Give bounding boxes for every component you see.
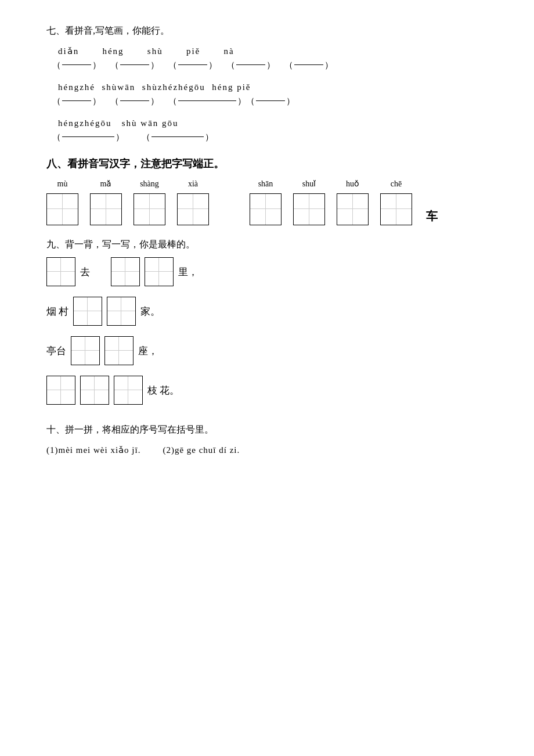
writing-box-shan[interactable] bbox=[250, 193, 282, 225]
writing-box-line2-1[interactable] bbox=[73, 297, 102, 326]
writing-box-line4-1[interactable] bbox=[46, 376, 75, 405]
paren-unit: （） bbox=[52, 58, 110, 72]
pinyin-shan: shān bbox=[258, 178, 273, 190]
writing-box-line1-1[interactable] bbox=[46, 257, 75, 286]
paren-unit: （） bbox=[52, 94, 110, 108]
char-item-shang: shàng bbox=[134, 178, 165, 225]
section9-line2: 烟 村 家。 bbox=[46, 297, 488, 326]
writing-box-ma[interactable] bbox=[90, 193, 122, 225]
writing-box-line1-2[interactable] bbox=[111, 257, 140, 286]
section-9: 九、背一背，写一写，你是最棒的。 去 里， 烟 村 家。 bbox=[46, 237, 488, 405]
text-qu: 去 bbox=[80, 264, 90, 280]
section7-title: 七、看拼音,写笔画，你能行。 bbox=[46, 23, 488, 38]
char-item-che: chē bbox=[380, 178, 412, 225]
text-zhihua: 枝 花。 bbox=[147, 383, 179, 398]
section-10: 十、拼一拼，将相应的序号写在括号里。 (1)mèi mei wèi xiǎo j… bbox=[46, 422, 488, 457]
writing-box-huo[interactable] bbox=[337, 193, 369, 225]
writing-box-line2-2[interactable] bbox=[107, 297, 136, 326]
pinyin-xia: xià bbox=[188, 178, 198, 190]
section7-row2-pinyin: héngzhé shùwān shùzhézhégōu héng piě bbox=[46, 80, 488, 94]
paren-unit: （） bbox=[168, 94, 246, 108]
text-li: 里， bbox=[178, 264, 198, 280]
char-item-shan: shān bbox=[250, 178, 282, 225]
section10-line1: (1)mèi mei wèi xiǎo jī. (2)gē ge chuī dí… bbox=[46, 443, 488, 457]
writing-box-shui[interactable] bbox=[293, 193, 325, 225]
section7-row3-parens: （） （） bbox=[46, 130, 488, 144]
section8-title: 八、看拼音写汉字，注意把字写端正。 bbox=[46, 156, 488, 172]
paren-unit: （） bbox=[142, 130, 214, 144]
paren-unit: （） bbox=[168, 58, 226, 72]
section9-title: 九、背一背，写一写，你是最棒的。 bbox=[46, 237, 488, 252]
char-item-shui: shuǐ bbox=[293, 178, 325, 225]
section9-line1: 去 里， bbox=[46, 257, 488, 286]
paren-unit: （） bbox=[110, 94, 168, 108]
writing-box-xia[interactable] bbox=[177, 193, 209, 225]
pinyin-mu: mù bbox=[57, 178, 68, 190]
section7-row2-parens: （） （） （） （） bbox=[46, 94, 488, 108]
writing-box-line4-2[interactable] bbox=[80, 376, 109, 405]
text-zuo: 座， bbox=[138, 343, 158, 359]
paren-unit: （） bbox=[226, 58, 284, 72]
section7-row1-parens: （） （） （） （） （） bbox=[46, 58, 488, 72]
section9-line3: 亭台 座， bbox=[46, 336, 488, 365]
writing-box-che[interactable] bbox=[380, 193, 412, 225]
pinyin-shang: shàng bbox=[140, 178, 159, 190]
section-8: 八、看拼音写汉字，注意把字写端正。 mù mǎ shàng bbox=[46, 156, 488, 225]
char-item-ma: mǎ bbox=[90, 178, 122, 225]
section8-char-row: mù mǎ shàng xià bbox=[46, 178, 488, 225]
text-yancun: 烟 村 bbox=[46, 304, 68, 319]
pinyin-che: chē bbox=[391, 178, 402, 190]
section7-row1-pinyin: diǎn héng shù piě nà bbox=[46, 44, 488, 58]
section-7: 七、看拼音,写笔画，你能行。 diǎn héng shù piě nà （） （… bbox=[46, 23, 488, 144]
writing-box-line1-3[interactable] bbox=[145, 257, 174, 286]
char-sample-che: 车 bbox=[426, 207, 438, 225]
writing-box-line3-1[interactable] bbox=[71, 336, 100, 365]
writing-box-mu[interactable] bbox=[46, 193, 78, 225]
paren-unit: （） bbox=[246, 94, 304, 108]
paren-unit: （） bbox=[52, 130, 124, 144]
writing-box-line3-2[interactable] bbox=[104, 336, 134, 365]
section7-row3-pinyin: héngzhégōu shù wān gōu bbox=[46, 116, 488, 130]
pinyin-huo: huǒ bbox=[346, 178, 359, 190]
pinyin-shui: shuǐ bbox=[302, 178, 316, 190]
paren-unit: （） bbox=[284, 58, 342, 72]
section9-line4: 枝 花。 bbox=[46, 376, 488, 405]
char-item-xia: xià bbox=[177, 178, 209, 225]
writing-box-shang[interactable] bbox=[134, 193, 165, 225]
writing-box-line4-3[interactable] bbox=[114, 376, 143, 405]
section10-title: 十、拼一拼，将相应的序号写在括号里。 bbox=[46, 422, 488, 437]
text-tingtai: 亭台 bbox=[46, 343, 66, 359]
char-item-mu: mù bbox=[46, 178, 78, 225]
text-jia: 家。 bbox=[140, 304, 160, 319]
pinyin-ma: mǎ bbox=[100, 178, 112, 190]
char-item-huo: huǒ bbox=[337, 178, 369, 225]
paren-unit: （） bbox=[110, 58, 168, 72]
